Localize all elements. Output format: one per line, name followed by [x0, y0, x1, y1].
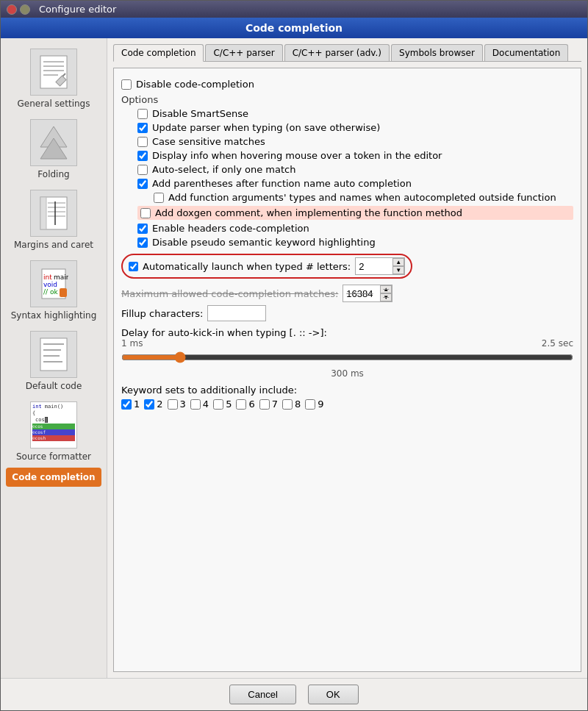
max-matches-spin-up[interactable]: ▲	[380, 285, 392, 293]
tab-code-completion[interactable]: Code completion	[113, 44, 204, 62]
disable-smartsense-checkbox[interactable]	[137, 109, 148, 119]
svg-text:// ok: // ok	[43, 288, 58, 296]
fillup-row: Fillup characters:	[121, 305, 573, 321]
sidebar-item-source-formatter[interactable]: int main() { cos| ⊙cos ⊙cosf ⊙cosh Sourc…	[6, 397, 101, 466]
disable-pseudo-checkbox[interactable]	[137, 237, 148, 248]
slider-labels: 1 ms 2.5 sec	[121, 338, 573, 349]
delay-row: Delay for auto-kick-in when typing [. ::…	[121, 327, 573, 379]
tabs: Code completion C/C++ parser C/C++ parse…	[113, 44, 581, 62]
cancel-button[interactable]: Cancel	[229, 685, 295, 704]
delay-slider[interactable]	[121, 351, 573, 363]
titlebar: Configure editor	[1, 1, 587, 18]
tab-cpp-parser-adv[interactable]: C/C++ parser (adv.)	[284, 44, 390, 61]
sidebar-label-syntax: Syntax highlighting	[11, 310, 97, 321]
slider-max-label: 2.5 sec	[542, 338, 573, 349]
display-info-label: Display info when hovering mouse over a …	[152, 150, 442, 161]
tab-cpp-parser[interactable]: C/C++ parser	[205, 44, 282, 61]
ok-button[interactable]: OK	[308, 685, 359, 704]
disable-code-completion-checkbox[interactable]	[121, 79, 132, 90]
sidebar-item-folding[interactable]: Folding	[6, 115, 101, 184]
keyword-checkbox-4[interactable]	[190, 399, 201, 410]
display-info-checkbox[interactable]	[137, 151, 148, 161]
keyword-item-5: 5	[213, 399, 232, 410]
case-sensitive-label: Case sensitive matches	[152, 136, 265, 147]
source-formatter-icon: int main() { cos| ⊙cos ⊙cosf ⊙cosh	[30, 401, 77, 449]
disable-smartsense-row: Disable SmartSense	[137, 108, 573, 119]
add-parentheses-label: Add parentheses after function name auto…	[152, 178, 412, 189]
max-matches-spin-down[interactable]: ▼	[380, 293, 392, 301]
keyword-label-7: 7	[272, 399, 278, 410]
add-doxgen-row: Add doxgen comment, when implementing th…	[137, 206, 573, 220]
window-title: Code completion	[1, 18, 587, 38]
close-button[interactable]	[7, 4, 17, 15]
disable-code-completion-label: Disable code-completion	[136, 79, 254, 90]
add-func-args-checkbox[interactable]	[154, 193, 164, 203]
update-parser-row: Update parser when typing (on save other…	[137, 122, 573, 133]
keyword-label-1: 1	[134, 399, 140, 410]
case-sensitive-row: Case sensitive matches	[137, 136, 573, 147]
auto-select-row: Auto-select, if only one match	[137, 164, 573, 175]
add-func-args-label: Add function arguments' types and names …	[168, 192, 556, 203]
display-info-row: Display info when hovering mouse over a …	[137, 150, 573, 161]
keyword-sets-label: Keyword sets to additionally include:	[121, 385, 297, 396]
keyword-checkbox-6[interactable]	[236, 399, 246, 410]
enable-headers-checkbox[interactable]	[137, 224, 148, 234]
max-matches-row: Maximum allowed code-completion matches:…	[121, 285, 573, 302]
add-parentheses-row: Add parentheses after function name auto…	[137, 178, 573, 189]
tab-documentation[interactable]: Documentation	[484, 44, 569, 61]
sidebar-label-folding: Folding	[37, 169, 69, 179]
case-sensitive-checkbox[interactable]	[137, 137, 148, 147]
keyword-item-9: 9	[305, 399, 323, 410]
auto-select-checkbox[interactable]	[137, 165, 148, 175]
content-area: General settings Folding	[1, 38, 587, 678]
auto-launch-spin-down[interactable]: ▼	[392, 266, 404, 274]
max-matches-spinner[interactable]: 16384 ▲ ▼	[343, 285, 392, 302]
sidebar-item-syntax-highlighting[interactable]: int main void // ok Syntax highlighting	[6, 256, 101, 325]
auto-select-label: Auto-select, if only one match	[152, 164, 295, 175]
add-parentheses-checkbox[interactable]	[137, 179, 148, 189]
auto-launch-spinner[interactable]: 2 ▲ ▼	[355, 257, 405, 275]
tab-symbols-browser[interactable]: Symbols browser	[391, 44, 483, 61]
panel-content: Disable code-completion Options Disable …	[113, 68, 581, 672]
sidebar-item-general-settings[interactable]: General settings	[6, 44, 101, 113]
delay-label: Delay for auto-kick-in when typing [. ::…	[121, 327, 327, 338]
keyword-checkbox-8[interactable]	[282, 399, 293, 410]
configure-editor-window: Configure editor Code completion	[0, 0, 588, 711]
keyword-label-6: 6	[248, 399, 254, 410]
keyword-label-5: 5	[226, 399, 232, 410]
auto-launch-checkbox[interactable]	[129, 262, 138, 271]
sidebar-item-margins-caret[interactable]: Margins and caret	[6, 185, 101, 254]
titlebar-title: Configure editor	[39, 4, 581, 15]
add-doxgen-checkbox[interactable]	[140, 208, 151, 218]
update-parser-checkbox[interactable]	[137, 123, 148, 133]
keyword-sets-section: Keyword sets to additionally include: 1 …	[121, 385, 573, 410]
enable-headers-label: Enable headers code-completion	[152, 223, 309, 234]
keyword-label-4: 4	[203, 399, 209, 410]
sidebar-item-code-completion[interactable]: Code completion	[6, 468, 101, 487]
update-parser-label: Update parser when typing (on save other…	[152, 122, 380, 133]
max-matches-input[interactable]: 16384	[343, 287, 380, 301]
svg-rect-22	[40, 338, 67, 371]
svg-rect-10	[40, 197, 46, 229]
keyword-label-8: 8	[295, 399, 301, 410]
keyword-checkbox-7[interactable]	[259, 399, 270, 410]
minimize-button[interactable]	[20, 4, 30, 15]
sidebar-item-default-code[interactable]: Default code	[6, 326, 101, 396]
keyword-label-9: 9	[318, 399, 323, 410]
keyword-label-2: 2	[157, 399, 162, 410]
keyword-item-2: 2	[144, 399, 162, 410]
keyword-checkbox-3[interactable]	[168, 399, 178, 410]
disable-pseudo-row: Disable pseudo semantic keyword highligh…	[137, 237, 573, 248]
auto-launch-input[interactable]: 2	[356, 260, 392, 274]
fillup-input[interactable]	[207, 305, 266, 321]
keyword-checkbox-1[interactable]	[121, 399, 132, 410]
disable-pseudo-label: Disable pseudo semantic keyword highligh…	[152, 237, 376, 248]
auto-launch-spin-up[interactable]: ▲	[392, 258, 404, 266]
keyword-checkbox-9[interactable]	[305, 399, 315, 410]
slider-container	[121, 351, 573, 365]
max-matches-label: Maximum allowed code-completion matches:	[121, 288, 338, 299]
bottom-bar: Cancel OK	[1, 678, 587, 710]
auto-launch-label: Automatically launch when typed # letter…	[143, 261, 351, 272]
keyword-checkbox-2[interactable]	[144, 399, 154, 410]
keyword-checkbox-5[interactable]	[213, 399, 223, 410]
